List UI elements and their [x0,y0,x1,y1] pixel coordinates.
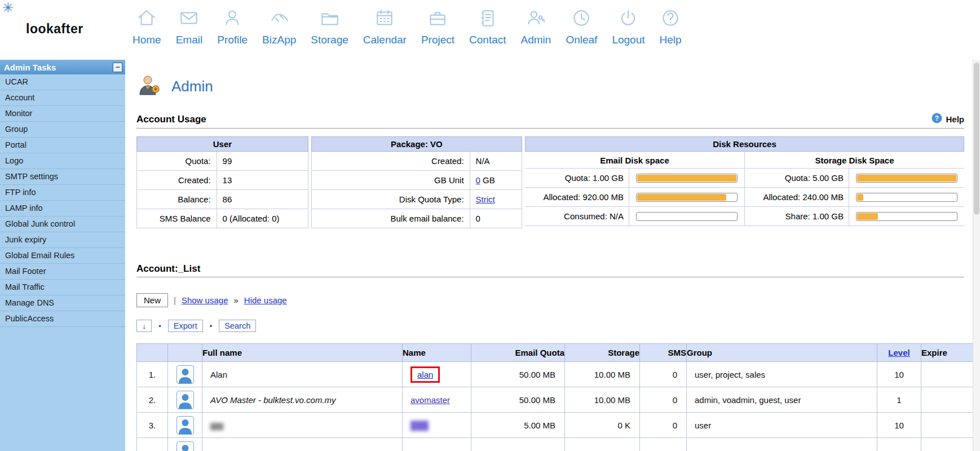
nav-item-home[interactable]: Home [125,7,169,60]
progress-fill [637,194,726,201]
export-button[interactable]: Export [168,320,203,332]
profile-icon [222,7,243,31]
nav-item-email[interactable]: Email [169,7,210,60]
progress-track [856,174,957,183]
col-expire: Expire [921,344,974,362]
sidebar-item-account[interactable]: Account [0,90,125,106]
nav-item-calendar[interactable]: Calendar [356,7,414,60]
name-cell: avomaster [403,387,471,413]
sidebar-item-group[interactable]: Group [0,122,125,138]
col-full-name: Full name [202,344,403,362]
balance-value: 86 [217,190,308,209]
group-cell [687,438,877,451]
nav-item-project[interactable]: Project [414,7,462,60]
disk-quota-type-value: Strict [470,190,522,209]
sidebar-item-smtp-settings[interactable]: SMTP settings [0,169,125,185]
nav-item-onleaf[interactable]: Onleaf [558,7,604,60]
avatar-cell [168,362,202,387]
progress-track [636,212,738,221]
level-sort-link[interactable]: Level [888,348,910,357]
blurred-full-name: ███ [210,423,223,430]
sidebar-item-logo[interactable]: Logo [0,153,125,169]
row-index [137,438,168,451]
nav-label: Help [660,34,682,46]
nav-item-contact[interactable]: Contact [462,7,513,60]
help-link[interactable]: ? Help [932,113,964,126]
avatar [176,391,194,409]
nav-item-help[interactable]: Help [652,7,689,60]
nav-item-bizapp[interactable]: BizApp [255,7,303,60]
sidebar-item-mail-footer[interactable]: Mail Footer [0,264,125,280]
nav-item-logout[interactable]: Logout [604,7,652,60]
bulk-email-balance-value: 0 [470,209,522,228]
avatar [176,365,194,384]
vertical-scrollbar[interactable] [973,60,980,451]
sidebar-item-portal[interactable]: Portal [0,138,125,153]
account-link-blurred[interactable]: ███ [410,421,429,430]
balance-label: Balance: [137,190,217,209]
onleaf-icon [571,7,592,31]
highlight-box: alan [410,366,440,383]
sidebar-item-monitor[interactable]: Monitor [0,106,125,122]
show-usage-link[interactable]: Show usage [182,295,228,305]
nav-item-profile[interactable]: Profile [210,7,255,60]
avatar-cell [168,438,202,451]
hide-usage-link[interactable]: Hide usage [244,295,287,305]
nav-label: Logout [612,34,644,46]
gb-unit-suffix: GB [480,175,495,185]
storage-cell: 0 K [565,413,640,438]
nav-item-storage[interactable]: Storage [303,7,356,60]
account-link-alan[interactable]: alan [417,370,433,379]
sms-balance-value: 0 (Allocated: 0) [217,209,308,228]
nav-label: Project [421,34,454,46]
sidebar-item-mail-traffic[interactable]: Mail Traffic [0,280,125,295]
sidebar-item-junk-expiry[interactable]: Junk expiry [0,232,125,248]
storage-cell: 10.00 MB [565,387,640,413]
sidebar-item-ftp-info[interactable]: FTP info [0,185,125,201]
svg-text:?: ? [935,114,939,122]
sidebar-item-global-junk-control[interactable]: Global Junk control [0,216,125,232]
new-button[interactable]: New [136,293,168,307]
created-value: 13 [217,171,308,190]
nav-label: BizApp [262,34,296,46]
brand-logo: lookafter [26,21,83,37]
email-quota-cell: 50.00 MB [471,387,565,413]
sidebar-item-global-email-rules[interactable]: Global Email Rules [0,248,125,264]
calendar-icon [374,7,395,31]
sidebar-item-manage-dns[interactable]: Manage DNS [0,295,125,311]
table-row: Created:13 [137,171,308,190]
scrollbar-thumb[interactable] [974,63,979,215]
account-link-avomaster[interactable]: avomaster [410,395,450,405]
search-button[interactable]: Search [219,320,256,332]
sms-cell: 0 [640,413,687,438]
progress-fill [637,175,736,182]
logo-area: ✳ lookafter [0,0,125,60]
gb-unit-link[interactable]: 0 [476,175,480,185]
storage-quota-bar-cell [849,169,964,187]
account-usage-tables: User Quota:99 Created:13 Balance:86 SMS … [136,136,964,228]
sidebar-item-publicaccess[interactable]: PublicAccess [0,311,125,327]
nav-item-admin[interactable]: Admin [514,7,559,60]
sidebar-item-ucar[interactable]: UCAR [0,74,125,90]
table-row: Balance:86 [137,190,308,209]
nav-label: Contact [469,34,506,46]
pkg-created-label: Created: [311,152,470,171]
email-consumed-row: Consumed: N/A [525,207,744,226]
collapse-icon[interactable]: − [113,63,122,72]
sort-button[interactable]: ↓ [136,320,152,332]
sidebar-title: Admin Tasks [4,63,56,72]
created-label: Created: [137,171,217,190]
strict-link[interactable]: Strict [476,194,495,204]
table-row: Quota:99 [137,152,308,171]
top-bar: ✳ lookafter Home Email Profile BizApp [0,0,980,60]
storage-share-bar-cell [849,207,964,226]
name-cell: ███ [403,413,471,438]
package-usage-table: Package: VO Created:N/A GB Unit0 GB Disk… [311,136,522,228]
col-level: Level [877,344,921,362]
email-allocated-bar-cell [629,188,744,206]
storage-cell: 10.00 MB [565,362,640,387]
expire-cell [921,387,974,413]
sidebar-item-lamp-info[interactable]: LAMP info [0,201,125,216]
row-index: 3. [137,413,168,438]
disk-resources-body: Email Disk space Quota: 1.00 GB Allocate… [525,152,964,226]
